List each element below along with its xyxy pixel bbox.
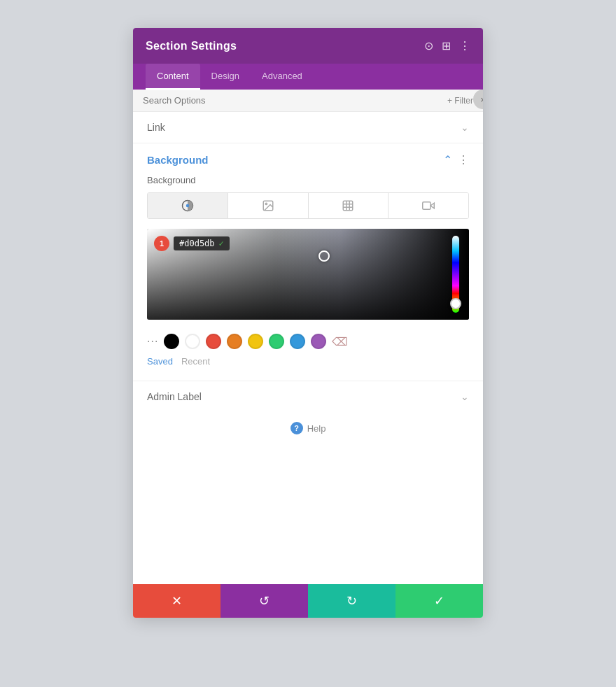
palette-swatch-purple[interactable]: [311, 334, 326, 349]
header-icons: ⊙ ⊞ ⋮: [424, 39, 470, 52]
background-section-actions: ⌃ ⋮: [443, 153, 469, 167]
admin-label-chevron-down-icon[interactable]: ⌄: [461, 391, 469, 402]
palette-swatch-blue[interactable]: [290, 334, 305, 349]
section-settings-panel: Section Settings ⊙ ⊞ ⋮ Content Design Ad…: [133, 28, 483, 618]
undo-button[interactable]: ↺: [220, 584, 308, 618]
redo-button[interactable]: ↻: [308, 584, 396, 618]
help-section: ? Help: [133, 412, 483, 444]
admin-label-header: Admin Label ⌄: [147, 391, 469, 402]
palette-more-button[interactable]: ···: [147, 335, 158, 348]
hex-value[interactable]: #d0d5db: [179, 239, 215, 248]
palette-swatch-orange[interactable]: [227, 334, 242, 349]
confirm-button[interactable]: ✓: [396, 584, 483, 618]
panel-title: Section Settings: [146, 40, 237, 52]
filter-button[interactable]: + Filter: [447, 96, 473, 106]
link-section: Link ⌄: [133, 112, 483, 143]
saved-button[interactable]: Saved: [147, 356, 173, 367]
columns-icon[interactable]: ⊞: [442, 39, 451, 52]
background-section-title: Background: [147, 154, 209, 166]
settings-icon[interactable]: ⊙: [424, 39, 433, 52]
badge-number: 1: [154, 236, 169, 251]
color-palette: ··· ⌫: [147, 330, 469, 353]
background-label: Background: [147, 175, 469, 185]
palette-swatch-yellow[interactable]: [248, 334, 263, 349]
tabs-bar: Content Design Advanced: [133, 64, 483, 90]
help-icon: ?: [290, 422, 303, 434]
hue-slider-thumb[interactable]: [450, 298, 461, 309]
color-hex-badge: 1 #d0d5db ✓: [154, 236, 230, 251]
color-type-video[interactable]: [388, 193, 468, 218]
color-cursor[interactable]: [318, 250, 330, 262]
cancel-button[interactable]: ✕: [133, 584, 220, 618]
background-chevron-up-icon[interactable]: ⌃: [443, 153, 452, 167]
link-chevron-down-icon[interactable]: ⌄: [461, 122, 469, 133]
svg-rect-4: [344, 201, 354, 211]
hex-confirm-icon[interactable]: ✓: [219, 239, 224, 248]
svg-point-1: [186, 204, 190, 208]
help-button[interactable]: ? Help: [290, 422, 326, 434]
background-section-header: Background ⌃ ⋮: [147, 153, 469, 167]
svg-point-3: [265, 203, 267, 204]
background-section: Background ⌃ ⋮ Background: [133, 143, 483, 381]
saved-recent-tabs: Saved Recent: [147, 353, 469, 367]
tab-content[interactable]: Content: [146, 64, 200, 90]
link-section-header: Link ⌄: [147, 122, 469, 133]
panel-footer: ✕ ↺ ↻ ✓: [133, 584, 483, 618]
palette-eraser-icon[interactable]: ⌫: [332, 334, 347, 349]
link-section-title: Link: [147, 122, 165, 133]
palette-swatch-white[interactable]: [185, 334, 200, 349]
hue-slider[interactable]: [451, 236, 461, 313]
color-type-color[interactable]: [148, 193, 228, 218]
color-type-tabs: [147, 192, 469, 219]
hex-input-badge: #d0d5db ✓: [174, 236, 230, 250]
color-picker-container: 1 #d0d5db ✓: [147, 229, 469, 320]
hue-slider-track: [452, 236, 459, 313]
search-bar: + Filter: [133, 90, 483, 112]
svg-rect-10: [423, 202, 430, 210]
panel-body: Link ⌄ Background ⌃ ⋮ Background: [133, 112, 483, 584]
palette-swatch-green[interactable]: [269, 334, 284, 349]
content-spacer: [133, 444, 483, 584]
palette-swatch-black[interactable]: [164, 334, 179, 349]
help-label: Help: [307, 423, 326, 434]
admin-label-title: Admin Label: [147, 391, 202, 402]
search-input[interactable]: [143, 95, 447, 106]
palette-swatch-red[interactable]: [206, 334, 221, 349]
tab-design[interactable]: Design: [200, 64, 251, 90]
recent-button[interactable]: Recent: [181, 356, 210, 367]
tab-advanced[interactable]: Advanced: [251, 64, 314, 90]
svg-marker-9: [430, 203, 434, 208]
color-type-image[interactable]: [228, 193, 309, 218]
panel-header: Section Settings ⊙ ⊞ ⋮: [133, 28, 483, 64]
color-type-gradient[interactable]: [309, 193, 389, 218]
background-more-icon[interactable]: ⋮: [458, 153, 469, 167]
admin-label-section: Admin Label ⌄: [133, 381, 483, 412]
more-vert-icon[interactable]: ⋮: [459, 39, 470, 52]
